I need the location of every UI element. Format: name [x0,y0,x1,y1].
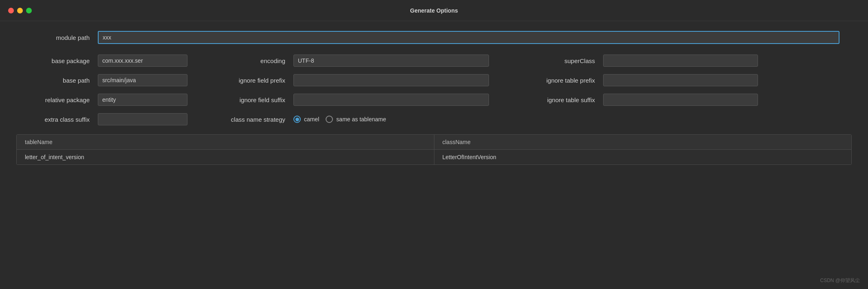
row-extra-class-suffix: extra class suffix class name strategy c… [16,113,852,125]
module-path-input[interactable] [98,31,839,44]
window-controls [8,8,32,13]
row-base-path: base path ignore field prefix ignore tab… [16,74,852,86]
mapping-table: tableName className letter_of_intent_ver… [16,134,852,165]
super-class-label: superClass [522,57,603,64]
relative-package-input[interactable] [98,94,187,106]
base-path-label: base path [16,77,98,84]
module-path-row: module path [16,31,852,44]
maximize-button[interactable] [26,8,32,13]
radio-same-as-tablename-label: same as tablename [336,116,386,123]
encoding-input[interactable] [293,55,489,67]
minimize-button[interactable] [17,8,23,13]
radio-camel-label: camel [304,116,319,123]
main-content: module path base package encoding superC… [0,21,868,175]
relative-package-label: relative package [16,96,98,103]
radio-camel[interactable]: camel [293,116,319,123]
ignore-field-suffix-input[interactable] [293,94,489,106]
extra-class-suffix-label: extra class suffix [16,116,98,123]
watermark: CSDN @仰望风尘 [820,277,860,284]
table-header-row: tableName className [17,135,851,150]
ignore-table-prefix-label: ignore table prefix [522,77,603,84]
ignore-table-suffix-input[interactable] [603,94,758,106]
super-class-input[interactable] [603,55,758,67]
table-cell-tablename-0: letter_of_intent_version [17,150,434,164]
close-button[interactable] [8,8,14,13]
table-row: letter_of_intent_version LetterOfIntentV… [17,150,851,164]
ignore-field-prefix-input[interactable] [293,74,489,86]
base-package-input[interactable] [98,55,187,67]
base-path-input[interactable] [98,74,187,86]
extra-class-suffix-input[interactable] [98,113,187,125]
encoding-label: encoding [212,57,293,64]
row-relative-package: relative package ignore field suffix ign… [16,94,852,106]
radio-same-as-tablename[interactable]: same as tablename [326,116,386,123]
ignore-table-prefix-input[interactable] [603,74,758,86]
radio-same-as-tablename-btn[interactable] [326,116,333,123]
table-cell-classname-0: LetterOfIntentVersion [434,150,852,164]
row-base-package: base package encoding superClass [16,55,852,67]
titlebar: Generate Options [0,0,868,21]
class-name-strategy-group: camel same as tablename [293,116,386,123]
ignore-field-prefix-label: ignore field prefix [212,77,293,84]
window-title: Generate Options [410,7,458,14]
module-path-label: module path [16,34,98,41]
table-header-tablename: tableName [17,135,434,149]
ignore-table-suffix-label: ignore table suffix [522,96,603,103]
table-header-classname: className [434,135,852,149]
base-package-label: base package [16,57,98,64]
class-name-strategy-label: class name strategy [212,116,293,123]
radio-camel-btn[interactable] [293,116,301,123]
ignore-field-suffix-label: ignore field suffix [212,96,293,103]
